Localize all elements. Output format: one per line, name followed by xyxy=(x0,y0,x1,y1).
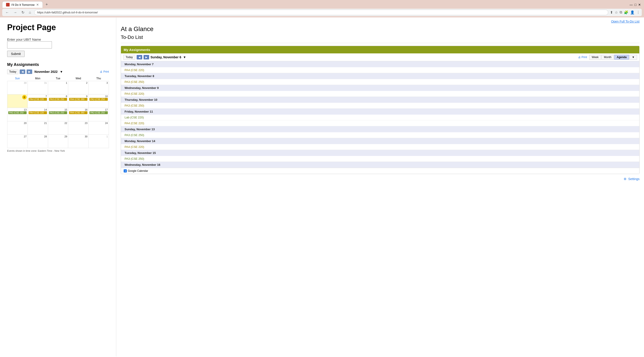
cal-event-chip[interactable]: PA4 (CSE 380 xyxy=(69,98,88,101)
cal-cell[interactable]: 17PA3 (CSE 250 xyxy=(88,108,109,121)
gcal-today-btn[interactable]: Today xyxy=(123,55,135,60)
cal-cell[interactable]: 22 xyxy=(48,121,68,135)
cal-cell[interactable]: 30 xyxy=(68,135,88,148)
window-icon[interactable]: ⧉ xyxy=(620,10,622,14)
settings-link[interactable]: ⚙ Settings xyxy=(116,174,644,184)
cal-day-number: 31 xyxy=(28,81,47,84)
cal-next-btn[interactable]: ▶ xyxy=(26,69,32,74)
cal-cell[interactable]: 13PA3 (CSE 250 xyxy=(8,108,28,121)
settings-gear-icon: ⚙ xyxy=(624,177,626,181)
settings-label: Settings xyxy=(628,177,640,181)
cal-header-sun: Sun xyxy=(8,76,28,81)
cal-event-chip[interactable]: PA4 (CSE 220 xyxy=(28,111,47,114)
agenda-day-header: Monday, November 7 xyxy=(121,61,639,67)
gcal-plus-icon: + xyxy=(124,169,127,172)
window-maximize[interactable]: □ xyxy=(634,3,636,6)
gcal-view-dropdown-btn[interactable]: ▼ xyxy=(630,55,637,60)
menu-icon[interactable]: ⋮ xyxy=(636,10,640,14)
cal-cell[interactable]: 31 xyxy=(28,81,48,94)
cal-event-chip[interactable]: PA4 (CSE 220 xyxy=(28,98,47,101)
cal-cell[interactable]: 10PA3 (CSE 250 xyxy=(88,94,109,108)
bookmark-icon[interactable]: ☆ xyxy=(615,10,618,14)
cal-cell[interactable]: 9PA4 (CSE 380 xyxy=(68,94,88,108)
cal-day-number: 13 xyxy=(8,108,26,111)
active-tab[interactable]: I'll Do It Tomorrow ✕ xyxy=(2,1,43,8)
cal-cell[interactable]: 24 xyxy=(88,121,109,135)
cal-cell[interactable]: 20 xyxy=(8,121,28,135)
at-glance-title: At a Glance xyxy=(116,25,644,34)
cal-event-chip[interactable]: PA3 (CSE 250 xyxy=(8,111,26,114)
gcal-date-dropdown-icon[interactable]: ▼ xyxy=(183,55,186,59)
cal-day-number: 8 xyxy=(49,95,67,98)
gcal-container: My Assignments Today ◀ ▶ Sunday, Novembe… xyxy=(121,46,640,174)
agenda-event-item[interactable]: PA4 (CSE 220) xyxy=(121,144,639,150)
gcal-google-logo[interactable]: + Google Calendar xyxy=(124,169,148,172)
cal-header-tue: Tue xyxy=(48,76,68,81)
cal-day-number: 16 xyxy=(69,108,88,111)
extensions-icon[interactable]: 🧩 xyxy=(624,10,628,14)
agenda-event-item[interactable]: PA3 (CSE 250) xyxy=(121,103,639,109)
cal-event-chip[interactable]: PA4 (CSE 380 xyxy=(69,111,88,114)
gcal-print-btn[interactable]: 🖨 Print xyxy=(576,55,589,60)
cal-cell[interactable]: 29 xyxy=(48,135,68,148)
profile-icon[interactable]: 👤 xyxy=(630,10,634,14)
agenda-event-item[interactable]: PA4 (CSE 220) xyxy=(121,120,639,126)
tab-close-btn[interactable]: ✕ xyxy=(36,3,39,6)
reload-btn[interactable]: ↻ xyxy=(20,10,26,15)
gcal-month-btn[interactable]: Month xyxy=(602,55,614,60)
cal-cell[interactable]: 16PA4 (CSE 380 xyxy=(68,108,88,121)
cal-event-chip[interactable]: PA3 (CSE 250 xyxy=(90,111,108,114)
gcal-printer-icon: 🖨 xyxy=(578,56,581,59)
mini-calendar: Today ◀ ▶ November 2022 ▼ 🖨 Print Sun Mo… xyxy=(7,69,109,152)
cal-cell[interactable]: 21 xyxy=(28,121,48,135)
cal-cell[interactable]: 15PA3 (CSE 250 xyxy=(48,108,68,121)
cal-cell[interactable]: 2 xyxy=(68,81,88,94)
window-minimize[interactable]: — xyxy=(630,3,633,6)
cal-event-chip[interactable]: PA3 (CSE 250 xyxy=(49,111,67,114)
cal-cell[interactable]: 7PA4 (CSE 220 xyxy=(28,94,48,108)
cal-cell[interactable]: 3 xyxy=(88,81,109,94)
cal-cell[interactable]: 23 xyxy=(68,121,88,135)
cal-prev-btn[interactable]: ◀ xyxy=(20,69,25,74)
agenda-day-header: Sunday, November 13 xyxy=(121,126,639,132)
back-btn[interactable]: ← xyxy=(4,10,10,15)
cal-event-chip[interactable]: PA3 (CSE 250 xyxy=(90,98,108,101)
agenda-day-header: Wednesday, November 16 xyxy=(121,162,639,168)
page-title: Project Page xyxy=(7,23,109,32)
submit-button[interactable]: Submit xyxy=(7,51,24,57)
cal-cell[interactable]: 14PA4 (CSE 220 xyxy=(28,108,48,121)
printer-icon: 🖨 xyxy=(100,70,102,73)
home-btn[interactable]: ⌂ xyxy=(28,10,32,15)
ubit-input[interactable] xyxy=(7,41,52,48)
cal-month-dropdown-icon[interactable]: ▼ xyxy=(60,70,63,73)
share-icon[interactable]: ⬆ xyxy=(610,10,613,14)
gcal-week-btn[interactable]: Week xyxy=(589,55,601,60)
cal-cell[interactable]: 8PA3 (CSE 250 xyxy=(48,94,68,108)
agenda-event-item[interactable]: Lab (CSE 220) xyxy=(121,115,639,120)
calendar-grid: Sun Mon Tue Wed Thu 303112367PA4 (CSE 22… xyxy=(7,76,109,148)
gcal-agenda-btn[interactable]: Agenda xyxy=(614,55,629,60)
window-close[interactable]: ✕ xyxy=(638,3,641,6)
cal-header-wed: Wed xyxy=(68,76,88,81)
cal-event-chip[interactable]: PA3 (CSE 250 xyxy=(49,98,67,101)
cal-today-btn[interactable]: Today xyxy=(7,69,18,74)
agenda-event-item[interactable]: PA4 (CSE 220) xyxy=(121,91,639,97)
agenda-event-item[interactable]: PA3 (CSE 250) xyxy=(121,132,639,138)
agenda-event-item[interactable]: PA3 (CSE 250) xyxy=(121,156,639,162)
cal-cell[interactable]: 30 xyxy=(8,81,28,94)
gcal-prev-btn[interactable]: ◀ xyxy=(137,55,142,59)
agenda-event-item[interactable]: PA3 (CSE 250) xyxy=(121,79,639,85)
gcal-nav-bar: Today ◀ ▶ Sunday, November 6 ▼ 🖨 Print W… xyxy=(121,53,639,61)
cal-cell[interactable]: 27 xyxy=(8,135,28,148)
agenda-event-item[interactable]: PA4 (CSE 220) xyxy=(121,67,639,73)
cal-cell[interactable]: 6 xyxy=(8,94,28,108)
new-tab-btn[interactable]: + xyxy=(44,1,50,8)
cal-cell[interactable]: 28 xyxy=(28,135,48,148)
cal-cell[interactable]: 1 xyxy=(88,135,109,148)
address-bar[interactable]: https://ubh-fall2022.github.io/i-ll-do-i… xyxy=(34,9,608,15)
cal-cell[interactable]: 1 xyxy=(48,81,68,94)
gcal-next-btn[interactable]: ▶ xyxy=(144,55,149,59)
forward-btn[interactable]: → xyxy=(12,10,18,15)
cal-print-btn[interactable]: 🖨 Print xyxy=(100,70,109,73)
open-todo-link[interactable]: Open Full To-Do List xyxy=(116,17,644,25)
